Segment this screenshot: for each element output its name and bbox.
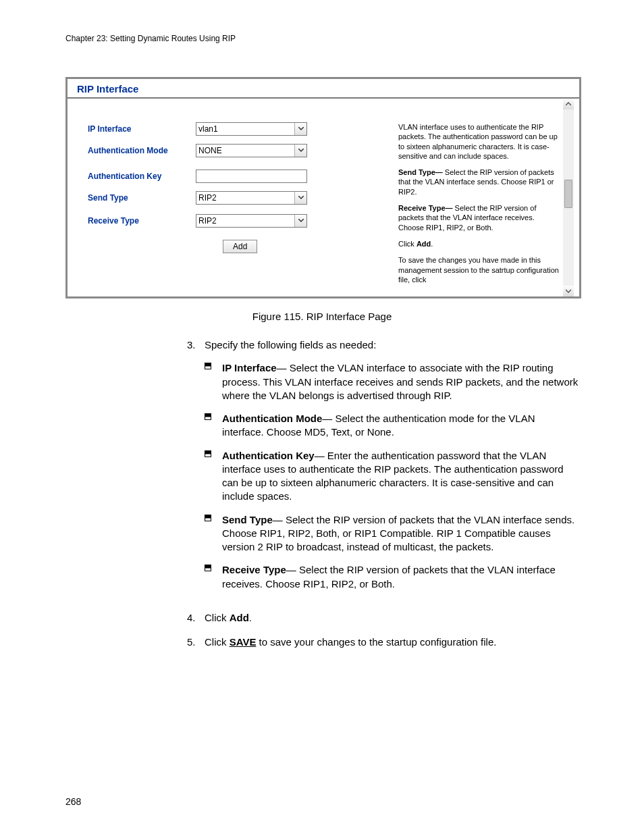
step-5: 5. Click SAVE to save your changes to th… <box>187 635 579 649</box>
receive-type-value: RIP2 <box>198 216 217 226</box>
auth-mode-select[interactable]: NONE <box>196 144 307 157</box>
list-item: Authentication Key— Enter the authentica… <box>205 449 579 504</box>
chevron-down-icon <box>294 192 306 204</box>
svg-rect-7 <box>205 515 211 518</box>
ip-interface-value: vlan1 <box>198 124 218 134</box>
svg-rect-3 <box>205 414 211 417</box>
chevron-down-icon <box>294 215 306 227</box>
step-number: 5. <box>187 635 205 649</box>
auth-key-input[interactable] <box>196 170 307 183</box>
step-number: 4. <box>187 611 205 625</box>
send-type-value: RIP2 <box>198 193 217 203</box>
help-text: VLAN interface uses to authenticate the … <box>398 122 562 161</box>
help-text: Receive Type— Select the RIP version of … <box>398 203 562 232</box>
help-text: Send Type— Select the RIP version of pac… <box>398 167 562 197</box>
running-header: Chapter 23: Setting Dynamic Routes Using… <box>65 34 579 43</box>
list-item: Send Type— Select the RIP version of pac… <box>205 513 579 554</box>
chevron-down-icon <box>294 145 306 157</box>
step-number: 3. <box>187 338 205 600</box>
chevron-down-icon <box>294 123 306 135</box>
bullet-icon <box>205 412 222 440</box>
list-item: IP Interface— Select the VLAN interface … <box>205 361 579 402</box>
auth-mode-label: Authentication Mode <box>88 146 196 155</box>
auth-key-label: Authentication Key <box>88 172 196 181</box>
bullet-icon <box>205 449 222 504</box>
ip-interface-select[interactable]: vlan1 <box>196 122 307 136</box>
ip-interface-label: IP Interface <box>88 124 196 134</box>
add-button[interactable]: Add <box>223 240 257 253</box>
scroll-thumb[interactable] <box>564 180 572 208</box>
scrollbar[interactable] <box>563 99 574 296</box>
scroll-down-icon[interactable] <box>563 286 574 296</box>
help-text: Click Add. <box>398 239 562 249</box>
page-number: 268 <box>65 796 81 807</box>
svg-rect-5 <box>205 450 211 454</box>
rip-interface-screenshot: RIP Interface IP Interface vlan1 Authent… <box>65 77 581 298</box>
bullet-icon <box>205 361 222 402</box>
step-3: 3. Specify the following fields as neede… <box>187 338 579 600</box>
svg-rect-9 <box>205 565 211 569</box>
list-item: Authentication Mode— Select the authenti… <box>205 412 579 440</box>
auth-mode-value: NONE <box>198 146 222 155</box>
save-link[interactable]: SAVE <box>230 636 257 648</box>
help-panel: VLAN interface uses to authenticate the … <box>307 122 574 291</box>
receive-type-select[interactable]: RIP2 <box>196 214 307 228</box>
svg-rect-1 <box>205 363 211 367</box>
bullet-icon <box>205 563 222 591</box>
list-item: Receive Type— Select the RIP version of … <box>205 563 579 591</box>
step-4: 4. Click Add. <box>187 611 579 625</box>
send-type-label: Send Type <box>88 193 196 203</box>
receive-type-label: Receive Type <box>88 216 196 226</box>
bullet-icon <box>205 513 222 554</box>
send-type-select[interactable]: RIP2 <box>196 191 307 205</box>
figure-caption: Figure 115. RIP Interface Page <box>65 311 579 322</box>
panel-title: RIP Interface <box>68 79 579 99</box>
help-text: To save the changes you have made in thi… <box>398 255 562 284</box>
scroll-up-icon[interactable] <box>563 99 574 109</box>
step-intro: Specify the following fields as needed: <box>205 339 376 350</box>
